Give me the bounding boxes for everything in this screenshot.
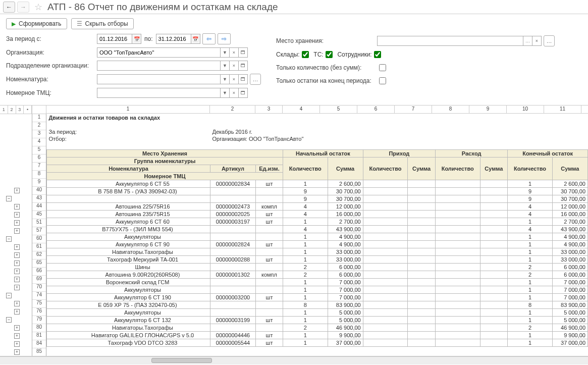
nomen-open-button[interactable]: 🗖	[239, 74, 248, 84]
outline-level-3[interactable]: 3	[16, 106, 24, 114]
table-row[interactable]: Аккумулятор 6 СТ 6000000003197шт12 700,0…	[47, 218, 588, 225]
outline-toggle[interactable]: +	[14, 204, 20, 210]
table-row[interactable]: Навигатор GALILEO ГЛОНАС/GPS v 5.0000000…	[47, 331, 588, 339]
nomer-input[interactable]	[97, 88, 221, 98]
table-row[interactable]: Аккумулятор 6 СТ 9000000002824шт14 900,0…	[47, 240, 588, 248]
table-row[interactable]: Автошина 225/75R1600000002473компл412 00…	[47, 202, 588, 210]
outline-level-1[interactable]: 1	[0, 106, 8, 114]
employees-checkbox[interactable]	[374, 51, 381, 58]
qty-only-checkbox[interactable]	[379, 64, 386, 71]
storage-dialog-button[interactable]: …	[544, 35, 555, 46]
cell-start-sum: 5 000,00	[328, 308, 363, 316]
cell-start-qty: 2	[283, 324, 328, 331]
date-to-calendar-icon[interactable]: 📅	[191, 34, 200, 44]
date-from-input[interactable]	[97, 34, 132, 44]
outline-toggle[interactable]: +	[14, 228, 20, 234]
org-open-button[interactable]: 🗖	[239, 47, 248, 58]
table-row[interactable]: Аккумулятор 6 СТ 5500000002834шт12 600,0…	[47, 180, 588, 187]
nomen-input[interactable]	[97, 74, 221, 84]
warehouses-checkbox[interactable]	[302, 51, 309, 58]
outline-toggle[interactable]: +	[14, 252, 20, 258]
outline-toggle[interactable]: +	[14, 244, 20, 250]
table-row[interactable]: Аккумуляторы14 900,0014 900,00	[47, 233, 588, 240]
outline-toggle[interactable]: +	[14, 333, 20, 339]
outline-toggle[interactable]: +	[14, 260, 20, 266]
table-row[interactable]: В775УХ75 - (ЗИЛ ММЗ 554)443 900,00443 90…	[47, 225, 588, 233]
table-row[interactable]: Автошина 9.00R20(260R508)00000001302комп…	[47, 271, 588, 278]
cell-out-sum	[480, 278, 508, 286]
table-row[interactable]: Автошина 235/75R1500000002025шт416 000,0…	[47, 210, 588, 218]
table-row[interactable]: Навигаторы.Тахографы133 000,00133 000,00	[47, 248, 588, 255]
outline-toggle[interactable]: +	[14, 188, 20, 193]
scroll-thumb[interactable]	[151, 358, 212, 363]
subdiv-open-button[interactable]: 🗖	[239, 61, 248, 71]
cell-art	[210, 324, 256, 331]
subdiv-clear-button[interactable]: ×	[230, 61, 239, 71]
tc-checkbox[interactable]	[326, 51, 333, 58]
generate-button[interactable]: ▶ Сформировать	[6, 18, 67, 29]
org-input[interactable]	[97, 47, 221, 58]
cell-start-sum: 7 000,00	[328, 286, 363, 293]
row-number: 51	[32, 219, 46, 227]
nav-back-button[interactable]: ←	[3, 2, 15, 13]
cell-in-sum	[408, 316, 436, 324]
org-clear-button[interactable]: ×	[230, 47, 239, 58]
favorite-star-icon[interactable]: ☆	[34, 2, 42, 13]
period-prev-button[interactable]: ⇦	[202, 33, 216, 44]
table-row[interactable]: Аккумулятор 6 СТ 13200000003199шт15 000,…	[47, 316, 588, 324]
table-row[interactable]: Тахограф VDO DTCO 328300000005544шт137 0…	[47, 339, 588, 346]
table-row[interactable]: 930 700,00930 700,00	[47, 195, 588, 202]
table-row[interactable]: Тахограф Меркурий ТА-00100000000288шт133…	[47, 255, 588, 263]
col-header-3: 3	[255, 106, 283, 113]
outline-level-2[interactable]: 2	[8, 106, 16, 114]
storage-input[interactable]	[377, 36, 523, 46]
table-row[interactable]: Аккумулятор 6 СТ 19000000003200шт17 000,…	[47, 293, 588, 301]
subdiv-input[interactable]	[97, 61, 221, 71]
org-dropdown-button[interactable]: ▼	[221, 47, 230, 58]
outline-toggle[interactable]: −	[6, 317, 12, 323]
cell-out-sum	[480, 286, 508, 293]
nomer-open-button[interactable]: 🗖	[239, 88, 248, 98]
cell-end-sum: 37 000,00	[552, 339, 587, 346]
outline-toggle[interactable]: +	[14, 301, 20, 306]
nomer-dropdown-button[interactable]: ▼	[221, 88, 230, 98]
outline-toggle[interactable]: +	[14, 325, 20, 331]
nomen-clear-button[interactable]: ×	[230, 74, 239, 84]
outline-toggle[interactable]: +	[14, 277, 20, 282]
outline-toggle[interactable]: +	[14, 309, 20, 315]
outline-toggle[interactable]: +	[14, 341, 20, 347]
nav-forward-button[interactable]: →	[17, 2, 29, 13]
table-row[interactable]: Навигаторы.Тахографы246 900,00246 900,00	[47, 324, 588, 331]
date-from-calendar-icon[interactable]: 📅	[132, 34, 141, 44]
outline-toggle[interactable]: −	[6, 293, 12, 298]
outline-toggle[interactable]: +	[14, 220, 20, 226]
storage-select-button[interactable]: …	[523, 36, 532, 46]
col-header-6: 6	[357, 106, 395, 113]
outline-toggle[interactable]: +	[14, 285, 20, 290]
nomer-clear-button[interactable]: ×	[230, 88, 239, 98]
outline-toggle[interactable]: +	[14, 212, 20, 218]
subdiv-dropdown-button[interactable]: ▼	[221, 61, 230, 71]
outline-level-expand[interactable]: •	[24, 106, 32, 114]
hdr-storage: Место Хранения	[47, 149, 283, 157]
cell-art: 00000000288	[210, 255, 256, 263]
outline-toggle[interactable]: +	[14, 349, 20, 355]
end-only-checkbox[interactable]	[379, 77, 386, 84]
table-row[interactable]: В 758 ВМ 75 - (УАЗ 390942-03)930 700,009…	[47, 187, 588, 195]
horizontal-scrollbar[interactable]	[0, 356, 588, 364]
table-row[interactable]: Воронежский склад ГСМ17 000,0017 000,00	[47, 278, 588, 286]
nomen-dialog-button[interactable]: …	[250, 74, 261, 85]
cell-art: 00000002473	[210, 202, 256, 210]
table-row[interactable]: Е 059 ХР 75 - (ПАЗ 320470-05)883 900,008…	[47, 301, 588, 308]
storage-clear-button[interactable]: ×	[532, 36, 542, 46]
outline-toggle[interactable]: −	[6, 236, 12, 242]
table-row[interactable]: Шины26 000,0026 000,00	[47, 263, 588, 271]
hide-filters-button[interactable]: ☰ Скрыть отборы	[71, 18, 134, 29]
outline-toggle[interactable]: +	[14, 269, 20, 274]
outline-toggle[interactable]: −	[6, 196, 12, 201]
period-next-button[interactable]: ⇨	[218, 33, 231, 44]
table-row[interactable]: Аккумуляторы17 000,0017 000,00	[47, 286, 588, 293]
table-row[interactable]: Аккумуляторы15 000,0015 000,00	[47, 308, 588, 316]
date-to-input[interactable]	[156, 34, 191, 44]
nomen-dropdown-button[interactable]: ▼	[221, 74, 230, 84]
